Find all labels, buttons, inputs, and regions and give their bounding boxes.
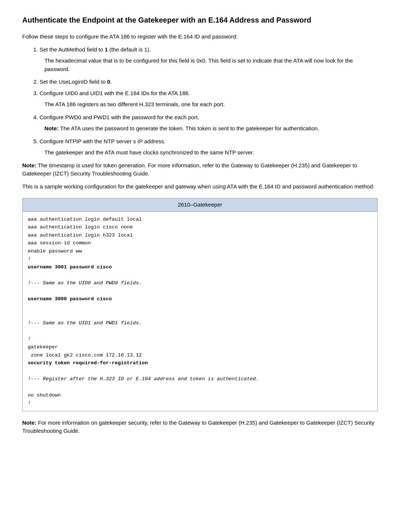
- step-1-note: The hexadecimal value that is to be conf…: [44, 57, 378, 73]
- note1-text: The timestamp is used for token generati…: [22, 162, 357, 177]
- code-line-bold-1: username 3001 password cisco: [28, 264, 112, 270]
- step-5-note: The gatekeeper and the ATA must have clo…: [44, 148, 378, 157]
- step-1-item: 1. Set the AutMethod field to 1 (the def…: [33, 46, 378, 54]
- code-line-bold-3: security token required-for-registration: [28, 360, 148, 366]
- step-2-bold: 0: [107, 78, 110, 85]
- step-5-item: 5. Configure NTPIP with the NTP server s…: [33, 137, 378, 146]
- intro-paragraph: Follow these steps to configure the ATA …: [22, 33, 378, 41]
- step-3-note: The ATA 186 registers as two different H…: [44, 100, 378, 109]
- note2-bold: Note:: [22, 419, 36, 426]
- page-title: Authenticate the Endpoint at the Gatekee…: [22, 15, 378, 25]
- note2-text: For more information on gatekeeper secur…: [22, 419, 374, 434]
- code-line-1: aaa authentication login default local a…: [28, 217, 259, 406]
- step-1-number: 1. Set the AutMethod field to 1 (the def…: [33, 46, 151, 53]
- step-1: 1. Set the AutMethod field to 1 (the def…: [33, 46, 378, 157]
- steps-list: 1. Set the AutMethod field to 1 (the def…: [22, 46, 378, 157]
- step-4-note-bold: Note:: [44, 125, 59, 131]
- code-line-italic-1: !--- Same as the UID0 and PWD0 fields.: [28, 280, 142, 286]
- step-4-note: Note: The ATA uses the password to gener…: [44, 124, 378, 133]
- code-block-title: 2610–Gatekeeper: [23, 198, 377, 212]
- code-line-italic-2: !--- Same as the UID1 and PWD1 fields.: [28, 320, 142, 326]
- code-line-italic-3: !--- Register after the H.323 ID or E.16…: [28, 376, 259, 382]
- code-block-body: aaa authentication login default local a…: [23, 212, 377, 411]
- step-1-bold: 1: [105, 46, 108, 53]
- code-line-bold-2: username 3000 password cisco: [28, 296, 112, 302]
- note1-bold: Note:: [22, 162, 36, 168]
- step-3-item: 3. Configure UID0 and UID1 with the E.16…: [33, 89, 378, 98]
- code-block: 2610–Gatekeeper aaa authentication login…: [22, 198, 378, 411]
- note1-paragraph: Note: The timestamp is used for token ge…: [22, 161, 378, 178]
- step-2-item: 2. Set the UseLoginID field to 0.: [33, 78, 378, 86]
- note2-paragraph: Note: For more information on gatekeeper…: [22, 419, 378, 435]
- step-4-item: 4. Configure PWD0 and PWD1 with the pass…: [33, 113, 378, 122]
- sample-intro-paragraph: This is a sample working configuration f…: [22, 183, 378, 191]
